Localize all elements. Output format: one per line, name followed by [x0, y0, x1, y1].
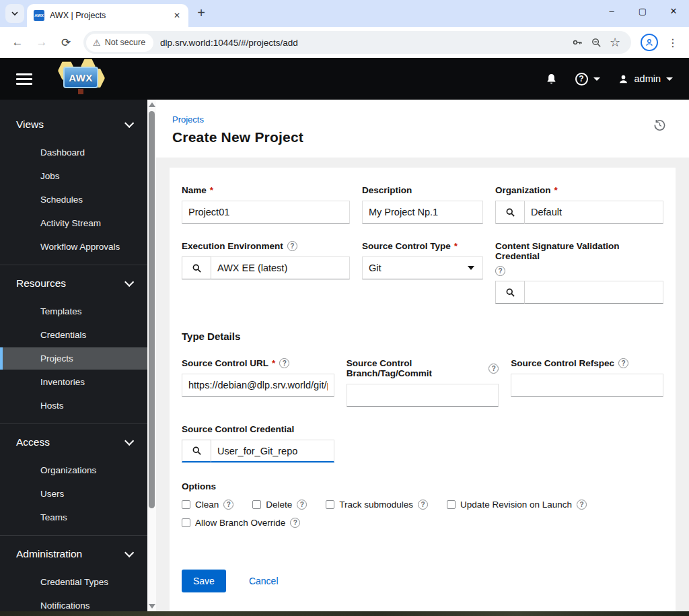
organization-input[interactable]	[525, 201, 663, 224]
source-control-type-select[interactable]: Git	[362, 256, 483, 279]
back-button[interactable]: ←	[7, 32, 28, 53]
history-icon[interactable]	[653, 118, 666, 134]
source-control-branch-input[interactable]	[347, 384, 499, 407]
source-control-credential-input[interactable]	[211, 440, 334, 463]
field-source-control-refspec: Source Control Refspec?	[511, 358, 663, 407]
zoom-icon[interactable]	[587, 33, 606, 52]
desktop-edge-strip	[0, 611, 689, 616]
sidebar-item-organizations[interactable]: Organizations	[0, 459, 147, 481]
help-icon[interactable]: ?	[418, 500, 428, 510]
cancel-button[interactable]: Cancel	[249, 576, 279, 586]
source-control-credential-search-button[interactable]	[182, 440, 211, 463]
forward-button[interactable]: →	[31, 32, 52, 53]
scrollbar-thumb[interactable]	[149, 111, 155, 508]
address-bar[interactable]: ⚠ Not secure dlp.srv.world:10445/#/proje…	[83, 31, 631, 54]
sidebar-item-users[interactable]: Users	[0, 483, 147, 505]
help-icon[interactable]: ?	[290, 518, 300, 528]
tab-search-button[interactable]	[5, 4, 24, 23]
sidebar-item-templates[interactable]: Templates	[0, 300, 147, 322]
close-button[interactable]: ✕	[658, 0, 689, 22]
browser-tab[interactable]: AWX AWX | Projects ✕	[27, 4, 188, 27]
minimize-button[interactable]: –	[596, 0, 627, 22]
awx-logo[interactable]: AWX	[54, 60, 106, 98]
password-key-icon[interactable]	[568, 33, 587, 52]
sidebar-item-schedules[interactable]: Schedules	[0, 189, 147, 211]
chevron-down-icon	[468, 266, 474, 270]
favicon: AWX	[34, 10, 44, 21]
breadcrumb[interactable]: Projects	[172, 114, 204, 125]
help-icon[interactable]: ?	[287, 241, 297, 251]
help-icon[interactable]: ?	[577, 500, 587, 510]
bookmark-star-icon[interactable]: ☆	[606, 33, 624, 52]
checkbox-update-revision-on-launch[interactable]: Update Revision on Launch?	[447, 500, 587, 510]
sidebar-item-credentials[interactable]: Credentials	[0, 324, 147, 346]
maximize-button[interactable]: ▢	[627, 0, 658, 22]
help-icon[interactable]: ?	[297, 500, 307, 510]
page-title: Create New Project	[172, 129, 673, 145]
content-signature-search-button[interactable]	[495, 281, 525, 304]
page-scrollbar[interactable]	[147, 100, 156, 611]
description-input[interactable]	[362, 201, 483, 224]
help-icon[interactable]: ?	[488, 364, 499, 374]
checkbox-allow-branch-override[interactable]: Allow Branch Override?	[182, 518, 300, 528]
execution-environment-search-button[interactable]	[182, 256, 211, 279]
help-icon[interactable]: ?	[618, 358, 628, 368]
source-control-refspec-input[interactable]	[511, 374, 663, 397]
awx-masthead: AWX ? admin	[0, 58, 689, 100]
checkbox[interactable]	[182, 500, 190, 509]
organization-search-button[interactable]	[495, 201, 525, 224]
not-secure-chip[interactable]: ⚠ Not secure	[86, 34, 153, 52]
help-icon: ?	[575, 73, 588, 85]
scroll-down-icon[interactable]	[149, 604, 155, 609]
sidebar-item-jobs[interactable]: Jobs	[0, 165, 147, 187]
window-controls: – ▢ ✕	[596, 0, 689, 22]
checkbox[interactable]	[252, 500, 261, 509]
sidebar-item-notifications[interactable]: Notifications	[0, 594, 147, 611]
field-source-control-type: Source Control Type* Git	[362, 241, 483, 304]
sidebar-item-projects[interactable]: Projects	[0, 347, 147, 370]
save-button[interactable]: Save	[182, 570, 226, 592]
checkbox[interactable]	[326, 500, 334, 509]
help-icon[interactable]: ?	[495, 266, 505, 276]
checkbox-clean[interactable]: Clean?	[182, 500, 233, 510]
profile-avatar[interactable]	[641, 34, 658, 51]
checkbox[interactable]	[447, 500, 456, 509]
field-organization: Organization*	[495, 185, 663, 224]
checkbox-track-submodules[interactable]: Track submodules?	[326, 500, 428, 510]
sidebar-section-resources[interactable]: Resources	[0, 275, 147, 299]
sidebar-item-dashboard[interactable]: Dashboard	[0, 141, 147, 164]
name-input[interactable]	[182, 201, 350, 224]
notifications-bell-icon[interactable]	[545, 73, 558, 85]
sidebar-item-teams[interactable]: Teams	[0, 506, 147, 528]
checkbox[interactable]	[182, 518, 190, 527]
search-icon	[192, 263, 202, 273]
sidebar-item-credential-types[interactable]: Credential Types	[0, 571, 147, 593]
source-control-url-input[interactable]	[182, 374, 334, 397]
new-tab-button[interactable]: +	[192, 4, 210, 22]
execution-environment-input[interactable]	[211, 256, 350, 279]
options-group: Options Clean? Delete? Track submodules?…	[182, 481, 663, 528]
awx-logo-text: AWX	[63, 67, 98, 88]
tab-close-icon[interactable]: ✕	[171, 9, 183, 22]
nav-toggle-hamburger-icon[interactable]	[16, 73, 32, 85]
sidebar-section-access[interactable]: Access	[0, 434, 147, 458]
project-form-card: Name* Description Organization*	[170, 168, 676, 611]
scroll-up-icon[interactable]	[149, 102, 155, 107]
user-icon	[618, 73, 629, 85]
sidebar-item-hosts[interactable]: Hosts	[0, 395, 147, 417]
sidebar-section-administration[interactable]: Administration	[0, 545, 147, 570]
help-icon[interactable]: ?	[223, 500, 233, 510]
section-title-type-details: Type Details	[182, 331, 663, 342]
user-menu[interactable]: admin	[618, 73, 674, 85]
content-signature-input[interactable]	[525, 281, 663, 304]
warning-icon: ⚠	[93, 38, 101, 47]
browser-menu-icon[interactable]: ⋮	[663, 36, 682, 49]
checkbox-delete[interactable]: Delete?	[252, 500, 307, 510]
help-icon[interactable]: ?	[279, 358, 289, 368]
sidebar-section-views[interactable]: Views	[0, 116, 147, 140]
sidebar-item-workflow-approvals[interactable]: Workflow Approvals	[0, 236, 147, 258]
reload-button[interactable]: ⟳	[55, 32, 77, 53]
sidebar-item-activity-stream[interactable]: Activity Stream	[0, 212, 147, 234]
help-menu[interactable]: ?	[575, 73, 600, 85]
sidebar-item-inventories[interactable]: Inventories	[0, 371, 147, 393]
